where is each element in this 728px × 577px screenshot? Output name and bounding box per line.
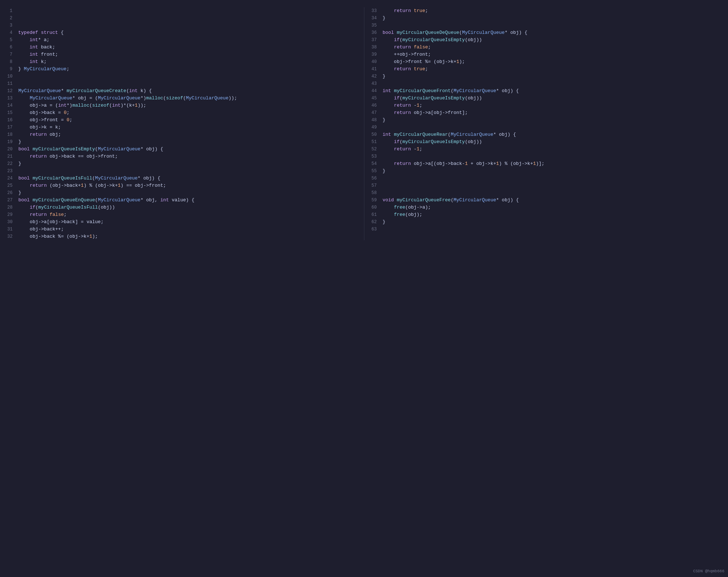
line-row: 54 return obj->a[(obj->back-1 + obj->k+1… (372, 160, 721, 167)
line-row: 17 obj->k = k; (7, 124, 357, 131)
line-row: 13 MyCircularQueue* obj = (MyCircularQue… (7, 95, 357, 102)
line-row: 28 if(myCircularQueueIsFull(obj)) (7, 204, 357, 211)
line-row: 6 int back; (7, 44, 357, 51)
line-row: 45 if(myCircularQueueIsEmpty(obj)) (372, 95, 721, 102)
line-row: 58 (372, 189, 721, 197)
line-row: 39 ++obj->front; (372, 51, 721, 58)
line-row: 11 (7, 80, 357, 87)
line-row: 47 return obj->a[obj->front]; (372, 109, 721, 116)
line-row: 63 (372, 226, 721, 233)
line-row: 51 if(myCircularQueueIsEmpty(obj)) (372, 138, 721, 146)
line-row: 37 if(myCircularQueueIsEmpty(obj)) (372, 36, 721, 44)
line-row: 14 obj->a = (int*)malloc(sizeof(int)*(k+… (7, 102, 357, 109)
line-row: 30 obj->a[obj->back] = value; (7, 218, 357, 226)
line-row: 1 (7, 7, 357, 15)
line-row: 3 (7, 22, 357, 29)
line-row: 26 } (7, 189, 357, 197)
left-code-panel: 1 2 3 4 typedef struct { 5 int* a; 6 int… (0, 7, 364, 240)
line-row: 5 int* a; (7, 36, 357, 44)
watermark-label: CSDN @hqmb666 (693, 569, 724, 573)
line-row: 55 } (372, 167, 721, 175)
line-row: 36 bool myCircularQueueDeQueue(MyCircula… (372, 29, 721, 36)
line-row: 4 typedef struct { (7, 29, 357, 36)
line-row: 25 return (obj->back+1) % (obj->k+1) == … (7, 182, 357, 189)
line-row: 38 return false; (372, 44, 721, 51)
line-row: 12 MyCircularQueue* myCircularQueueCreat… (7, 87, 357, 95)
line-row: 10 (7, 73, 357, 80)
line-row: 44 int myCircularQueueFront(MyCircularQu… (372, 87, 721, 95)
line-row: 15 obj->back = 0; (7, 109, 357, 116)
line-row: 59 void myCircularQueueFree(MyCircularQu… (372, 197, 721, 204)
line-row: 41 return true; (372, 66, 721, 73)
line-row: 46 return -1; (372, 102, 721, 109)
line-row: 57 (372, 182, 721, 189)
line-row: 52 return -1; (372, 146, 721, 153)
right-code-panel: 33 return true; 34 } 35 36 bool myCircul… (364, 7, 728, 240)
line-row: 7 int front; (7, 51, 357, 58)
line-row: 31 obj->back++; (7, 226, 357, 233)
line-row: 56 (372, 175, 721, 182)
line-row: 61 free(obj); (372, 211, 721, 218)
line-row: 16 obj->front = 0; (7, 116, 357, 124)
line-row: 42 } (372, 73, 721, 80)
line-row: 21 return obj->back == obj->front; (7, 153, 357, 160)
line-row: 18 return obj; (7, 131, 357, 138)
line-row: 20 bool myCircularQueueIsEmpty(MyCircula… (7, 146, 357, 153)
line-row: 62 } (372, 218, 721, 226)
line-row: 32 obj->back %= (obj->k+1); (7, 233, 357, 240)
line-row: 60 free(obj->a); (372, 204, 721, 211)
line-row: 33 return true; (372, 7, 721, 15)
line-row: 29 return false; (7, 211, 357, 218)
line-row: 35 (372, 22, 721, 29)
line-row: 49 (372, 124, 721, 131)
line-row: 34 } (372, 15, 721, 22)
line-row: 48 } (372, 116, 721, 124)
line-row: 43 (372, 80, 721, 87)
line-row: 23 (7, 167, 357, 175)
line-row: 19 } (7, 138, 357, 146)
code-container: 1 2 3 4 typedef struct { 5 int* a; 6 int… (0, 4, 728, 244)
line-row: 40 obj->front %= (obj->k+1); (372, 58, 721, 66)
line-row: 22 } (7, 160, 357, 167)
line-row: 2 (7, 15, 357, 22)
line-row: 8 int k; (7, 58, 357, 66)
line-row: 53 (372, 153, 721, 160)
line-row: 27 bool myCircularQueueEnQueue(MyCircula… (7, 197, 357, 204)
line-row: 24 bool myCircularQueueIsFull(MyCircular… (7, 175, 357, 182)
line-row: 50 int myCircularQueueRear(MyCircularQue… (372, 131, 721, 138)
line-row: 9 } MyCircularQueue; (7, 66, 357, 73)
